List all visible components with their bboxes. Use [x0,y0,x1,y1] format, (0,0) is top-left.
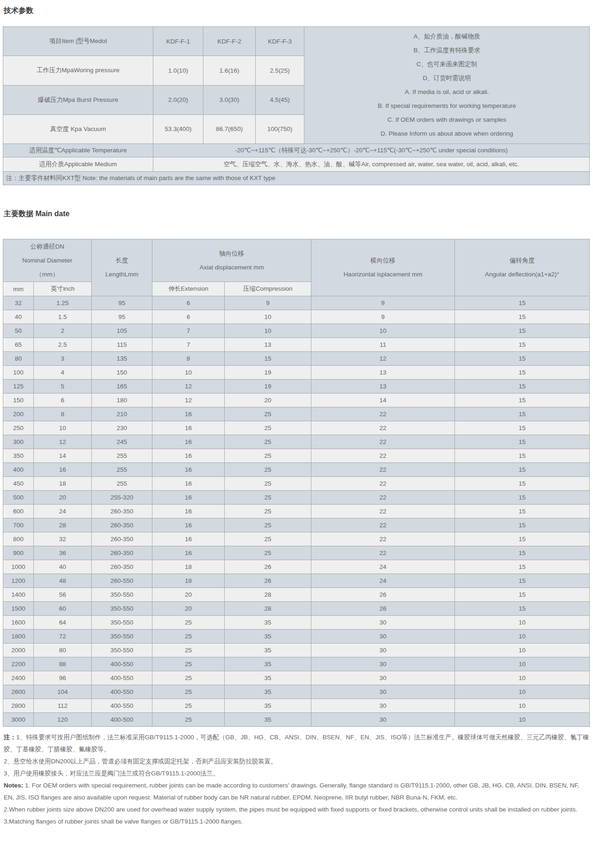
angular-cell: 15 [455,352,590,366]
main-table-row: 100040260-35018262415 [3,560,590,574]
main-table-row: 3000120400-50025353010 [3,713,590,727]
medium-row: 适用介质Applicable Medium 空气、压缩空气、水、海水、热水、油、… [3,157,590,172]
dn-inch-cell: 88 [34,657,92,671]
extension-cell: 20 [152,588,225,602]
nominal-diameter-header: 公称通径DN Nominal Diameter （mm） [3,239,92,282]
angular-deflection-header: 偏转角度 Angular deflection(a1+a2)° [455,239,590,296]
dn-inch-cell: 48 [34,574,92,588]
angular-cell: 15 [455,463,590,477]
main-table-row: 50020255-32016252215 [3,491,590,505]
angular-cell: 15 [455,560,590,574]
main-table-row: 2800112400-55025353010 [3,699,590,713]
main-table-row: 150060350-55020282615 [3,602,590,616]
angular-cell: 15 [455,324,590,338]
length-cell: 400-550 [92,671,152,685]
compression-cell: 25 [225,518,311,532]
note-cn-3: 3、用户使用橡胶接头，对应法兰应是阀门法兰或符合GB/T9115.1-2000法… [4,768,589,780]
dn-inch-cell: 36 [34,546,92,560]
ordering-note-line: D. Please Inform us about above when ord… [306,127,587,141]
value-cell: 86.7(650) [203,114,256,144]
main-table-row: 125516512191315 [3,380,590,393]
compression-cell: 25 [225,505,311,518]
dn-mm-cell: 250 [3,421,34,435]
main-table-row: 652.51157131115 [3,338,590,352]
ordering-note-line: A. If media is oil, acid or alkali. [306,85,587,99]
dn-inch-cell: 8 [34,407,92,421]
compression-cell: 35 [225,630,311,643]
extension-cell: 16 [152,449,225,463]
dn-inch-cell: 20 [34,491,92,505]
extension-cell: 16 [152,407,225,421]
length-cell: 255-320 [92,491,152,505]
main-data-table: 公称通径DN Nominal Diameter （mm） 长度 LengthLm… [3,239,590,727]
length-cell: 350-550 [92,588,152,602]
length-cell: 95 [92,296,152,310]
dn-mm-cell: 350 [3,449,34,463]
mm-subheader: mm [3,282,34,296]
main-table-row: 200821016252215 [3,407,590,421]
dn-inch-cell: 12 [34,435,92,449]
extension-cell: 8 [152,352,225,366]
dn-mm-cell: 125 [3,380,34,393]
horizontal-cell: 11 [311,338,455,352]
length-cell: 115 [92,338,152,352]
length-cell: 260-350 [92,532,152,546]
header-line: Axial displacement mm [153,261,310,275]
header-line: Angular deflection(a1+a2)° [456,268,588,281]
inch-subheader: 英寸inch [34,282,92,296]
value-cell: 1.0(10) [153,56,203,85]
horizontal-cell: 10 [311,324,455,338]
note-en-1: Notes: 1. For OEM orders with special re… [4,780,589,804]
dn-mm-cell: 300 [3,435,34,449]
angular-cell: 10 [455,671,590,685]
dn-mm-cell: 100 [3,366,34,380]
length-cell: 350-550 [92,630,152,643]
main-table-row: 80032260-35016252215 [3,532,590,546]
angular-cell: 15 [455,310,590,324]
horizontal-cell: 22 [311,449,455,463]
header-line: 横向位移 [312,254,454,268]
dn-mm-cell: 500 [3,491,34,505]
compression-cell: 10 [225,310,311,324]
tech-item-label: 项目Item |型号Medol [3,27,153,56]
horizontal-cell: 12 [311,352,455,366]
length-cell: 400-550 [92,685,152,699]
ordering-note-line: D、订货时需说明 [306,71,587,85]
length-cell: 245 [92,435,152,449]
compression-cell: 25 [225,463,311,477]
compression-cell: 10 [225,324,311,338]
extension-cell: 6 [152,296,225,310]
extension-cell: 16 [152,532,225,546]
main-table-row: 2600104400-55025353010 [3,685,590,699]
angular-cell: 15 [455,296,590,310]
model-header: KDF-F-2 [203,27,256,56]
axial-displacement-header: 轴向位移 Axial displacement mm [152,239,311,282]
dn-inch-cell: 1.25 [34,296,92,310]
dn-inch-cell: 24 [34,505,92,518]
compression-cell: 26 [225,560,311,574]
angular-cell: 10 [455,685,590,699]
horizontal-cell: 30 [311,657,455,671]
horizontal-cell: 30 [311,643,455,657]
compression-cell: 19 [225,366,311,380]
angular-cell: 15 [455,449,590,463]
extension-cell: 6 [152,310,225,324]
angular-cell: 15 [455,574,590,588]
horizontal-cell: 22 [311,518,455,532]
main-table-row: 140056350-55020282615 [3,588,590,602]
row-label: 工作压力MpaWoring pressure [3,56,153,85]
extension-cell: 12 [152,393,225,407]
horizontal-cell: 26 [311,588,455,602]
length-cell: 255 [92,463,152,477]
temperature-value: -20℃~+115℃（特殊可达-30℃~+250℃）-20℃~+115℃(-30… [153,144,590,157]
length-header: 长度 LengthLmm [92,239,152,296]
row-label: 适用温度℃Applicable Temperature [3,144,153,157]
note-en-3: 3.Matching flanges of rubber joints shal… [4,816,589,828]
compression-cell: 20 [225,393,311,407]
horizontal-cell: 13 [311,380,455,393]
dn-mm-cell: 200 [3,407,34,421]
extension-cell: 20 [152,602,225,616]
note-en-2: 2.When rubber joints size above DN200 ar… [4,804,589,816]
compression-cell: 25 [225,407,311,421]
horizontal-cell: 24 [311,574,455,588]
